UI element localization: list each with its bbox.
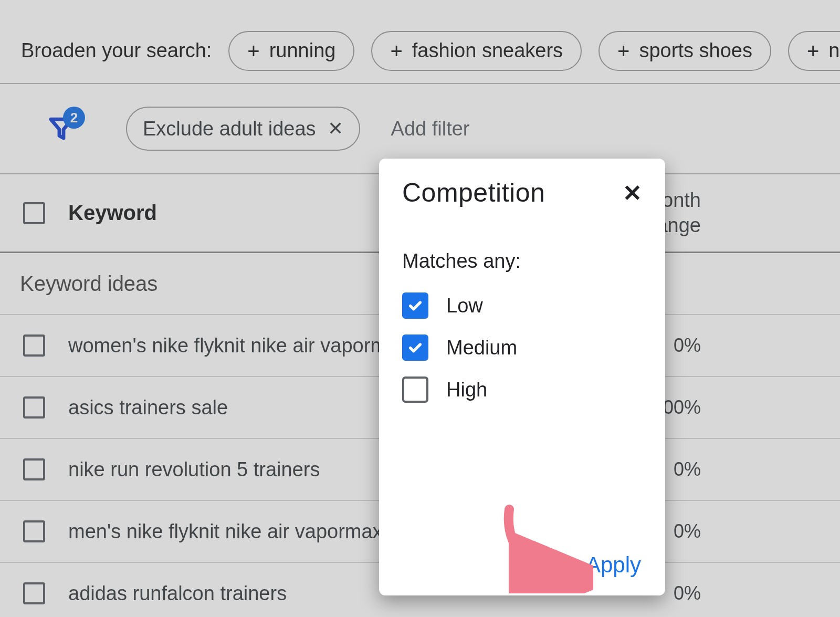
popover-title: Competition [402,177,545,208]
chip-label: nike [828,39,840,62]
close-icon[interactable]: ✕ [328,118,343,140]
apply-button[interactable]: Apply [586,552,641,578]
close-icon[interactable]: ✕ [623,180,642,206]
row-checkbox[interactable] [23,582,45,604]
popover-subtitle: Matches any: [402,250,642,273]
option-medium[interactable]: Medium [402,334,642,361]
plus-icon: + [617,40,629,61]
chip-label: sports shoes [639,39,752,62]
add-filter-button[interactable]: Add filter [379,110,482,148]
checkbox-checked-icon[interactable] [402,334,428,361]
plus-icon: + [807,40,819,61]
chip-label: running [269,39,336,62]
row-checkbox[interactable] [23,334,45,357]
row-checkbox[interactable] [23,396,45,419]
option-high[interactable]: High [402,377,642,403]
filter-chip-label: Exclude adult ideas [143,118,316,140]
filter-funnel-button[interactable]: 2 [47,114,76,143]
competition-filter-popover: Competition ✕ Matches any: Low Medium Hi… [379,159,665,595]
broaden-chip-nike[interactable]: + nike [788,31,840,71]
select-all-checkbox[interactable] [23,202,45,224]
plus-icon: + [247,40,259,61]
filter-count-badge: 2 [63,107,85,129]
broaden-chip-sports-shoes[interactable]: + sports shoes [598,31,771,71]
plus-icon: + [390,40,402,61]
chip-label: fashion sneakers [412,39,563,62]
broaden-label: Broaden your search: [21,39,212,62]
option-low[interactable]: Low [402,292,642,319]
row-checkbox[interactable] [23,458,45,480]
section-label: Keyword ideas [0,272,158,296]
active-filter-chip[interactable]: Exclude adult ideas ✕ [126,107,360,151]
row-checkbox[interactable] [23,520,45,542]
broaden-chip-running[interactable]: + running [228,31,354,71]
option-label: Low [446,295,483,317]
option-label: High [446,379,487,401]
checkbox-checked-icon[interactable] [402,292,428,319]
checkbox-unchecked-icon[interactable] [402,377,428,403]
option-label: Medium [446,337,517,359]
broaden-chip-fashion-sneakers[interactable]: + fashion sneakers [371,31,582,71]
broaden-search-row: Broaden your search: + running + fashion… [0,0,840,84]
